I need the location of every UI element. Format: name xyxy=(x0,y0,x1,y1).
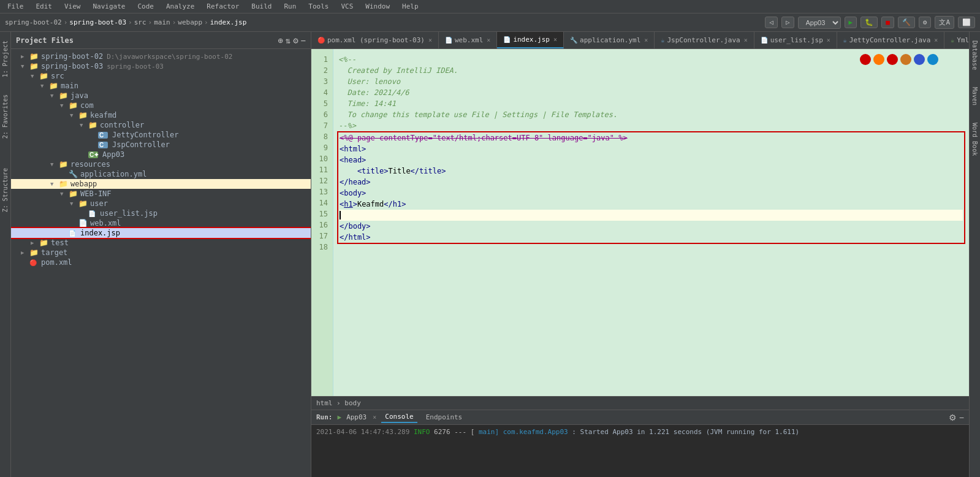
tree-item-index-jsp[interactable]: 📄 index.jsp xyxy=(11,228,311,238)
tree-label-application-yml: application.yml xyxy=(80,170,146,178)
menu-tools[interactable]: Tools xyxy=(306,1,331,12)
tab-icon-user-list-jsp: 📄 xyxy=(761,37,768,44)
menu-view[interactable]: View xyxy=(62,1,83,12)
breadcrumb-webapp[interactable]: webapp xyxy=(178,18,202,26)
tree-item-resources[interactable]: ▼ 📁 resources xyxy=(11,159,311,169)
line-num-10: 10 xyxy=(314,153,328,164)
build-btn[interactable]: 🔨 xyxy=(898,17,915,28)
menu-vcs[interactable]: VCS xyxy=(338,1,355,12)
tab-close-application-yml[interactable]: × xyxy=(644,37,648,44)
add-icon[interactable]: ⊕ xyxy=(278,36,283,45)
tree-item-pom-xml[interactable]: 🔴 pom.xml xyxy=(11,258,311,267)
menu-build[interactable]: Build xyxy=(249,1,274,12)
run-settings-btn[interactable]: ⚙ xyxy=(949,413,957,422)
breadcrumb-project[interactable]: spring-boot-02 xyxy=(5,18,62,26)
run-tab-console[interactable]: Console xyxy=(381,411,417,423)
left-tab-project[interactable]: 1: Project xyxy=(1,38,10,80)
menu-window[interactable]: Window xyxy=(363,1,392,12)
tree-item-java[interactable]: ▼ 📁 java xyxy=(11,91,311,101)
forward-btn[interactable]: ▷ xyxy=(781,17,794,28)
breadcrumb-file[interactable]: index.jsp xyxy=(210,18,247,26)
settings-icon[interactable]: ⚙ xyxy=(293,36,298,45)
tab-jspcontroller[interactable]: ☕ JspController.java × xyxy=(655,32,754,48)
line-num-1: 1 xyxy=(314,54,328,65)
breadcrumb-module[interactable]: spring-boot-03 xyxy=(69,18,126,26)
breadcrumb-src[interactable]: src xyxy=(134,18,146,26)
run-btn[interactable]: ▶ xyxy=(845,17,857,28)
tree-item-keafmd[interactable]: ▼ 📁 keafmd xyxy=(11,110,311,120)
tab-close-user-list-jsp[interactable]: × xyxy=(827,37,830,44)
tree-item-main[interactable]: ▼ 📁 main xyxy=(11,81,311,91)
tab-close-jspcontroller[interactable]: × xyxy=(744,37,748,44)
menu-navigate[interactable]: Navigate xyxy=(91,1,128,12)
menu-run[interactable]: Run xyxy=(281,1,298,12)
breadcrumb-main[interactable]: main xyxy=(154,18,170,26)
tree-item-test[interactable]: ▶ 📁 test xyxy=(11,238,311,248)
tree-item-app03[interactable]: C✦ App03 xyxy=(11,150,311,159)
tree-item-controller[interactable]: ▼ 📁 controller xyxy=(11,120,311,130)
tree-item-webapp[interactable]: ▼ 📁 webapp xyxy=(11,179,311,189)
fullscreen-btn[interactable]: ⬜ xyxy=(958,17,975,28)
tab-index-jsp[interactable]: 📄 index.jsp × xyxy=(497,32,564,48)
tree-item-user-list-jsp[interactable]: 📄 user_list.jsp xyxy=(11,208,311,218)
menu-file[interactable]: File xyxy=(5,1,26,12)
tree-item-web-xml[interactable]: 📄 web.xml xyxy=(11,218,311,228)
tree-item-src[interactable]: ▼ 📁 src xyxy=(11,71,311,81)
tab-icon-pom-xml: 🔴 xyxy=(317,37,325,44)
menu-help[interactable]: Help xyxy=(400,1,421,12)
menu-refactor[interactable]: Refactor xyxy=(204,1,241,12)
tab-close-index-jsp[interactable]: × xyxy=(553,36,557,43)
tab-ymlconfig[interactable]: ☕ YmlConfig × xyxy=(944,32,969,48)
menu-code[interactable]: Code xyxy=(135,1,156,12)
tab-application-yml[interactable]: 🔧 application.yml × xyxy=(564,32,655,48)
tab-label-pom-xml: pom.xml (spring-boot-03) xyxy=(327,36,425,44)
run-tab-endpoints[interactable]: Endpoints xyxy=(422,412,466,422)
tree-item-com[interactable]: ▼ 📁 com xyxy=(11,101,311,110)
minimize-icon[interactable]: − xyxy=(301,36,306,45)
line-numbers: 1 2 3 4 5 6 7 8 9 10 11 12 13 14 xyxy=(311,49,333,396)
code-line-7: --%> xyxy=(338,120,964,131)
left-tab-favorites[interactable]: 2: Favorites xyxy=(1,92,10,141)
right-tab-maven[interactable]: Maven xyxy=(970,85,979,108)
tree-label-pom-xml: pom.xml xyxy=(41,258,72,267)
tree-item-webinf[interactable]: ▼ 📁 WEB-INF xyxy=(11,189,311,199)
tree-item-jspcontroller[interactable]: C JspController xyxy=(11,140,311,150)
run-minimize-btn[interactable]: − xyxy=(959,413,964,422)
tab-user-list-jsp[interactable]: 📄 user_list.jsp × xyxy=(754,32,837,48)
menu-edit[interactable]: Edit xyxy=(34,1,55,12)
translate-btn[interactable]: 文A xyxy=(935,16,954,29)
menu-bar: File Edit View Navigate Code Analyze Ref… xyxy=(0,0,980,13)
tab-web-xml[interactable]: 📄 web.xml × xyxy=(439,32,497,48)
editor-content[interactable]: 1 2 3 4 5 6 7 8 9 10 11 12 13 14 xyxy=(311,49,969,396)
run-app-name[interactable]: App03 xyxy=(346,413,367,421)
tab-close-web-xml[interactable]: × xyxy=(487,37,490,44)
tab-label-web-xml: web.xml xyxy=(455,36,483,44)
log-line-1: 2021-04-06 14:47:43.289 INFO 6276 --- [ … xyxy=(316,427,964,437)
settings-btn[interactable]: ⚙ xyxy=(919,17,932,28)
tab-pom-xml[interactable]: 🔴 pom.xml (spring-boot-03) × xyxy=(311,32,439,48)
app-selector[interactable]: App03 xyxy=(798,17,841,29)
stop-btn[interactable]: ■ xyxy=(881,17,894,28)
tree-item-jettycontroller[interactable]: C JettyController xyxy=(11,130,311,140)
tab-close-jettycontroller[interactable]: × xyxy=(934,37,938,44)
tree-item-target[interactable]: ▶ 📁 target xyxy=(11,248,311,258)
tree-item-application-yml[interactable]: 🔧 application.yml xyxy=(11,169,311,179)
left-tab-structure[interactable]: Z: Structure xyxy=(1,166,10,215)
tree-item-spring-boot-03[interactable]: ▼ 📁 spring-boot-03 spring-boot-03 xyxy=(11,61,311,71)
back-btn[interactable]: ◁ xyxy=(765,17,778,28)
toolbar-right: ◁ ▷ App03 ▶ 🐛 ■ 🔨 ⚙ 文A ⬜ xyxy=(765,16,975,29)
tab-jettycontroller[interactable]: ☕ JettyController.java × xyxy=(837,32,945,48)
right-tab-database[interactable]: Database xyxy=(970,38,979,72)
tree-item-spring-boot-02[interactable]: ▶ 📁 spring-boot-02 D:\javaworkspace\spri… xyxy=(11,52,311,61)
run-header: Run: ▶ App03 × Console Endpoints ⚙ − xyxy=(311,410,969,425)
safari-icon xyxy=(900,54,911,65)
sync-icon[interactable]: ⇅ xyxy=(286,36,291,45)
chrome-icon xyxy=(860,54,871,65)
tree-item-user[interactable]: ▼ 📁 user xyxy=(11,199,311,208)
menu-analyze[interactable]: Analyze xyxy=(164,1,197,12)
right-tab-wordbook[interactable]: Word Book xyxy=(970,120,979,158)
run-close-tab[interactable]: × xyxy=(373,414,376,421)
debug-btn[interactable]: 🐛 xyxy=(860,17,878,28)
tab-close-pom-xml[interactable]: × xyxy=(428,37,432,44)
folder-icon-target: 📁 xyxy=(29,248,39,257)
